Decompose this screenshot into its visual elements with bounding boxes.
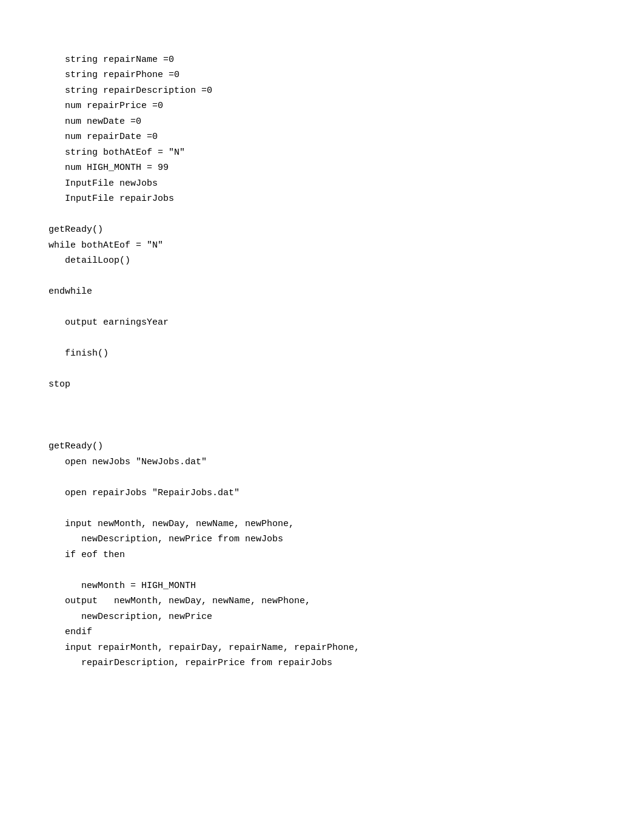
code-line: if eof then [49,547,595,563]
blank-line [49,393,595,408]
code-line: output earningsYear [49,315,595,331]
code-line: getReady() [49,439,595,455]
code-line: string repairDescription =0 [49,83,595,99]
code-line: open newJobs "NewJobs.dat" [49,455,595,470]
code-line: endif [49,624,595,640]
code-line: stop [49,377,595,393]
code-line: getReady() [49,222,595,238]
blank-line [49,470,595,485]
code-line: num newDate =0 [49,114,595,130]
code-line: newMonth = HIGH_MONTH [49,578,595,594]
code-line: input repairMonth, repairDay, repairName… [49,640,595,656]
blank-line [49,501,595,516]
code-line: detailLoop() [49,253,595,269]
blank-line [49,269,595,285]
blank-line [49,424,595,439]
blank-line [49,331,595,347]
code-line: string repairPhone =0 [49,67,595,83]
code-line: output newMonth, newDay, newName, newPho… [49,593,595,609]
code-line: string bothAtEof = "N" [49,145,595,161]
code-line: while bothAtEof = "N" [49,238,595,254]
code-line: newDescription, newPrice from newJobs [49,532,595,547]
blank-line [49,408,595,424]
code-line: repairDescription, repairPrice from repa… [49,655,595,671]
code-line: finish() [49,346,595,362]
code-line: open repairJobs "RepairJobs.dat" [49,485,595,501]
code-line: num HIGH_MONTH = 99 [49,160,595,176]
code-line: InputFile newJobs [49,176,595,192]
code-line: num repairDate =0 [49,129,595,145]
code-line: input newMonth, newDay, newName, newPhon… [49,516,595,532]
code-line: endwhile [49,284,595,300]
code-container: string repairName =0 string repairPhone … [49,36,595,671]
blank-line [49,563,595,578]
code-line: num repairPrice =0 [49,98,595,114]
code-line: InputFile repairJobs [49,191,595,207]
blank-line [49,300,595,316]
code-line: newDescription, newPrice [49,609,595,625]
blank-line [49,207,595,223]
blank-line [49,362,595,377]
code-line: string repairName =0 [49,52,595,68]
